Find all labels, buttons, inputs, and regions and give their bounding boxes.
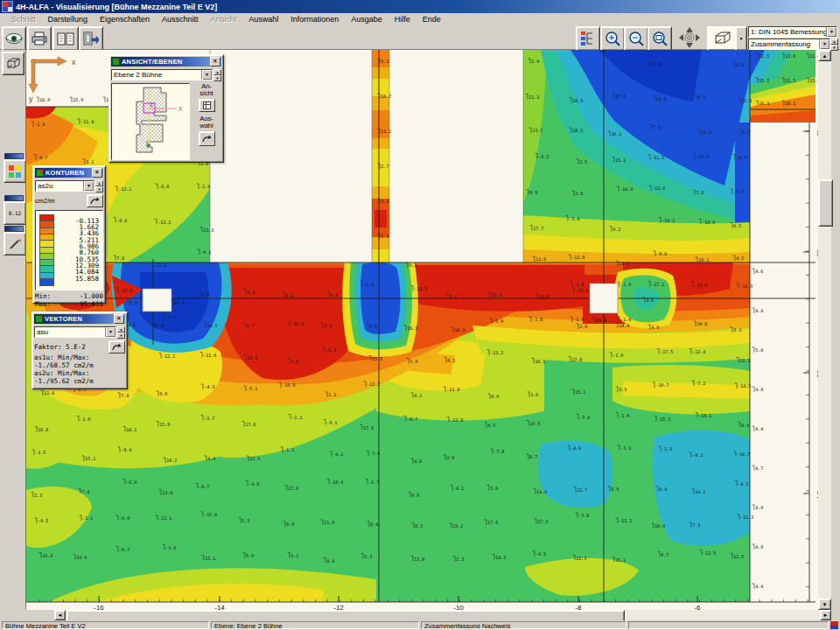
panel-icon (35, 315, 43, 323)
panel-titlebar[interactable]: KONTUREN × (35, 168, 103, 178)
close-icon[interactable]: × (92, 168, 102, 178)
panel-titlebar[interactable]: VEKTOREN × (34, 314, 125, 324)
svg-text:4.6: 4.6 (414, 458, 422, 464)
svg-text:6.3: 6.3 (697, 94, 705, 100)
panel-icon (36, 169, 44, 177)
svg-text:7.4: 7.4 (121, 393, 129, 398)
svg-text:10.2: 10.2 (452, 523, 463, 528)
scroll-right-icon[interactable]: ► (820, 610, 831, 620)
panel-ansicht-ebenen[interactable]: ANSICHT/EBENEN × Ebene 2 Bühne ▼ ▲ ▼ (108, 54, 224, 163)
svg-text:-7.6: -7.6 (369, 451, 380, 456)
scroll-up-icon[interactable]: ▲ (818, 50, 831, 61)
ansicht-apply-button[interactable] (199, 99, 215, 112)
panel-vektoren[interactable]: VEKTOREN × asu ▼ ▲ ▼ Faktor: 5.E-2 as1u:… (32, 312, 128, 389)
support-box-a (143, 289, 172, 312)
svg-text:4.1: 4.1 (414, 393, 422, 398)
svg-text:-6.0: -6.0 (119, 515, 130, 521)
kontur-options-button[interactable] (87, 194, 103, 207)
legend-value: 15.858 (75, 275, 99, 283)
spinner-down-icon[interactable]: ▼ (95, 186, 103, 192)
min-label: Min: (35, 292, 51, 300)
svg-text:-12.2: -12.2 (162, 354, 175, 359)
vektor-minmax-line: as2u: Min/Max: (34, 369, 125, 377)
svg-text:3.9: 3.9 (446, 455, 454, 460)
svg-text:14.4: 14.4 (619, 323, 629, 328)
close-icon[interactable]: × (210, 57, 220, 66)
auswahl-button[interactable] (199, 131, 215, 146)
building-plan-icon: X Z (112, 84, 187, 158)
svg-text:7.0: 7.0 (696, 190, 704, 195)
svg-text:4.4: 4.4 (755, 584, 763, 589)
svg-text:2.0: 2.0 (130, 300, 137, 305)
svg-text:17.6: 17.6 (288, 486, 298, 491)
svg-text:-17.1: -17.1 (651, 282, 664, 287)
svg-text:2.3: 2.3 (456, 556, 464, 562)
spinner-up-icon[interactable]: ▲ (117, 326, 125, 332)
ebene-value: Ebene 2 Bühne (112, 70, 201, 80)
svg-text:-1.0: -1.0 (620, 317, 631, 322)
svg-text:-0.1: -0.1 (200, 249, 211, 255)
svg-text:17.3: 17.3 (537, 519, 548, 524)
spinner-down-icon[interactable]: ▼ (214, 75, 221, 81)
ebene-spinner[interactable]: ▲ ▼ (214, 69, 221, 80)
kontur-field-select[interactable]: as2u ▼ (35, 180, 94, 192)
svg-text:-10.9: -10.9 (282, 382, 295, 388)
panel-title: VEKTOREN (45, 315, 82, 323)
svg-text:2.7: 2.7 (381, 164, 388, 169)
svg-text:-12.5: -12.5 (703, 550, 716, 556)
svg-text:5.3: 5.3 (242, 518, 249, 523)
vektor-options-button[interactable] (108, 340, 125, 354)
kontur-spinner[interactable]: ▲ ▼ (95, 180, 103, 192)
svg-text:-1.0: -1.0 (573, 282, 584, 287)
chevron-down-icon[interactable]: ▼ (105, 327, 116, 337)
svg-text:13.8: 13.8 (741, 98, 752, 103)
svg-text:2.0: 2.0 (531, 59, 539, 64)
svg-text:11.6: 11.6 (536, 256, 546, 262)
svg-text:y: y (29, 94, 33, 103)
svg-text:16.4: 16.4 (42, 553, 52, 558)
vektor-spinner[interactable]: ▲ ▼ (117, 326, 125, 338)
svg-text:-13.2: -13.2 (158, 220, 171, 225)
vertical-scrollbar[interactable]: ▲ ▼ (818, 50, 831, 610)
scroll-down-icon[interactable]: ▼ (818, 598, 831, 610)
ebene-select[interactable]: Ebene 2 Bühne ▼ (111, 69, 213, 80)
svg-text:-1.5: -1.5 (35, 450, 46, 455)
status-field-1: Ebene: Ebene 2 Bühne (211, 621, 419, 629)
spinner-down-icon[interactable]: ▼ (117, 332, 125, 339)
application-window: x y -16-14-12-10-8-6-40-38-36-34 -1.4-0.… (0, 0, 840, 630)
svg-text:Z: Z (150, 102, 153, 108)
svg-text:-13.8: -13.8 (446, 387, 459, 392)
svg-text:16.7: 16.7 (381, 94, 391, 99)
svg-text:16.8: 16.8 (38, 427, 48, 432)
horizontal-scrollbar[interactable]: ◄ ► (54, 610, 831, 620)
svg-text:13.7: 13.7 (532, 128, 542, 133)
svg-text:60.1: 60.1 (174, 300, 185, 305)
svg-text:-12.1: -12.1 (619, 518, 632, 523)
svg-text:4.0: 4.0 (755, 505, 763, 510)
svg-text:4.8: 4.8 (651, 325, 659, 330)
status-fields: Bühne Mezzanine Teil E V2Ebene: Ebene 2 … (2, 621, 829, 629)
chevron-down-icon[interactable]: ▼ (201, 70, 212, 80)
vertical-scroll-thumb[interactable] (818, 179, 833, 227)
spinner-up-icon[interactable]: ▲ (214, 69, 221, 75)
svg-text:-10.7: -10.7 (655, 382, 668, 388)
svg-text:2.8: 2.8 (575, 191, 583, 196)
chevron-down-icon[interactable]: ▼ (83, 181, 94, 191)
svg-text:4.9: 4.9 (755, 544, 763, 550)
spinner-up-icon[interactable]: ▲ (95, 180, 103, 186)
panel-konturen[interactable]: KONTUREN × as2u ▼ ▲ ▼ cm2/m -0.1131.6623… (32, 165, 106, 304)
svg-text:13.2: 13.2 (739, 358, 750, 363)
close-icon[interactable]: × (114, 314, 124, 324)
svg-text:11.8: 11.8 (324, 520, 334, 525)
svg-text:14.2: 14.2 (206, 323, 217, 328)
panel-titlebar[interactable]: ANSICHT/EBENEN × (111, 57, 221, 66)
svg-text:16.9: 16.9 (39, 97, 50, 102)
svg-text:15.1: 15.1 (615, 557, 626, 563)
svg-text:11.6: 11.6 (44, 390, 54, 396)
svg-text:15.2: 15.2 (701, 130, 711, 135)
scroll-left-icon[interactable]: ◄ (54, 610, 66, 620)
plan-thumbnail[interactable]: X Z (111, 83, 190, 160)
svg-text:-3.1: -3.1 (620, 445, 631, 451)
svg-text:4.7: 4.7 (755, 466, 763, 471)
vektor-field-select[interactable]: asu ▼ (34, 326, 116, 338)
